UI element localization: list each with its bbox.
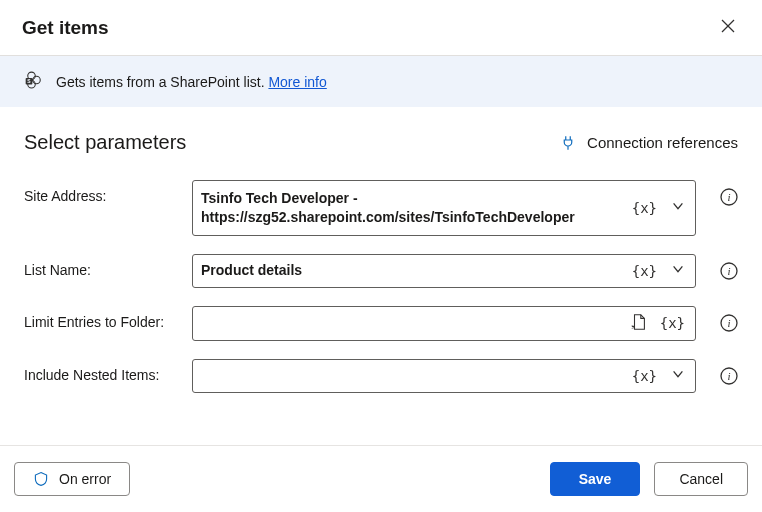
connection-references-button[interactable]: Connection references (559, 134, 738, 152)
chevron-down-icon (671, 199, 685, 213)
on-error-button[interactable]: On error (14, 462, 130, 496)
site-address-label: Site Address: (24, 180, 180, 204)
shield-icon (33, 471, 49, 487)
row-list-name: List Name: Product details {x} i (24, 254, 738, 288)
svg-point-3 (33, 76, 41, 84)
sharepoint-icon: S (24, 70, 44, 93)
site-address-value: Tsinfo Tech Developer - https://szg52.sh… (201, 189, 620, 227)
more-info-link[interactable]: More info (268, 74, 326, 90)
section-header: Select parameters Connection references (24, 131, 738, 154)
svg-text:i: i (727, 191, 730, 203)
info-icon: i (720, 262, 738, 280)
include-nested-input[interactable]: {x} (192, 359, 696, 393)
dialog-title: Get items (22, 17, 109, 39)
list-name-input[interactable]: Product details {x} (192, 254, 696, 288)
save-button[interactable]: Save (550, 462, 641, 496)
fx-token-button[interactable]: {x} (630, 200, 659, 216)
limit-folder-input[interactable]: {x} (192, 306, 696, 341)
list-name-label: List Name: (24, 254, 180, 278)
info-icon: i (720, 314, 738, 332)
close-icon (720, 18, 736, 34)
on-error-label: On error (59, 471, 111, 487)
limit-folder-label: Limit Entries to Folder: (24, 306, 180, 330)
dropdown-button[interactable] (669, 262, 687, 279)
fx-token-button[interactable]: {x} (630, 263, 659, 279)
connection-references-label: Connection references (587, 134, 738, 151)
fx-token-button[interactable]: {x} (630, 368, 659, 384)
info-button[interactable]: i (720, 188, 738, 206)
info-button[interactable]: i (720, 314, 738, 332)
dialog-header: Get items (0, 0, 762, 55)
info-button[interactable]: i (720, 262, 738, 280)
info-text: Gets items from a SharePoint list. (56, 74, 265, 90)
include-nested-label: Include Nested Items: (24, 359, 180, 383)
site-address-input[interactable]: Tsinfo Tech Developer - https://szg52.sh… (192, 180, 696, 236)
folder-picker-button[interactable] (630, 313, 648, 334)
dialog-footer: On error Save Cancel (0, 445, 762, 512)
dropdown-button[interactable] (669, 199, 687, 216)
row-site-address: Site Address: Tsinfo Tech Developer - ht… (24, 180, 738, 236)
info-banner: S Gets items from a SharePoint list. Mor… (0, 56, 762, 107)
file-picker-icon (630, 313, 648, 331)
plug-icon (559, 134, 577, 152)
svg-text:i: i (727, 265, 730, 277)
list-name-value: Product details (201, 261, 620, 280)
close-button[interactable] (716, 14, 740, 41)
svg-text:i: i (727, 370, 730, 382)
row-include-nested: Include Nested Items: {x} i (24, 359, 738, 393)
chevron-down-icon (671, 367, 685, 381)
section-title: Select parameters (24, 131, 186, 154)
chevron-down-icon (671, 262, 685, 276)
dropdown-button[interactable] (669, 367, 687, 384)
info-icon: i (720, 367, 738, 385)
info-text-wrap: Gets items from a SharePoint list. More … (56, 74, 327, 90)
info-button[interactable]: i (720, 367, 738, 385)
row-limit-folder: Limit Entries to Folder: {x} i (24, 306, 738, 341)
info-icon: i (720, 188, 738, 206)
svg-text:i: i (727, 317, 730, 329)
cancel-button[interactable]: Cancel (654, 462, 748, 496)
fx-token-button[interactable]: {x} (658, 315, 687, 331)
content-area: Select parameters Connection references … (0, 107, 762, 419)
